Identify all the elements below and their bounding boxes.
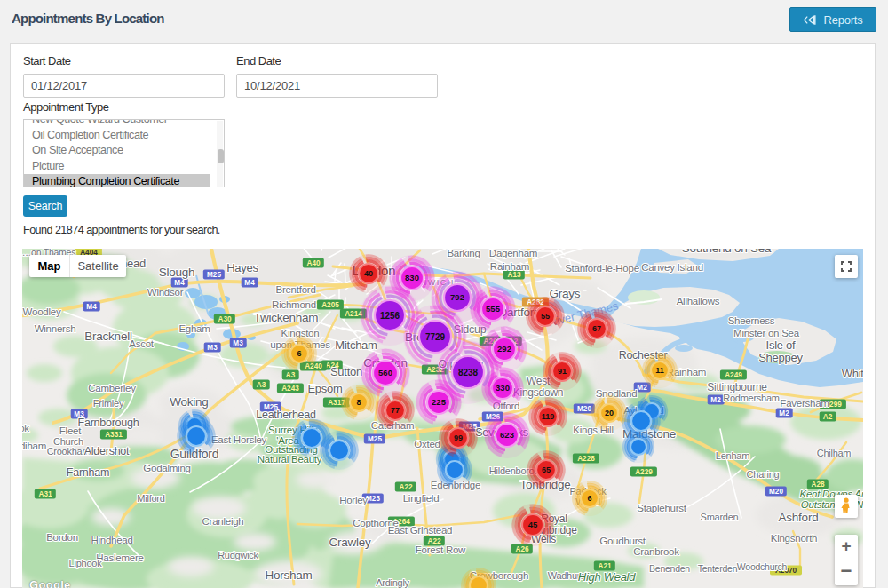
svg-text:A331: A331 <box>105 431 123 439</box>
svg-text:Hindhead: Hindhead <box>91 535 132 545</box>
svg-text:Farnborough: Farnborough <box>78 417 139 429</box>
svg-text:Whitst: Whitst <box>842 367 863 380</box>
svg-text:A243: A243 <box>281 385 299 393</box>
svg-text:M2: M2 <box>637 384 647 392</box>
svg-text:555: 555 <box>486 304 501 314</box>
svg-text:M4: M4 <box>86 303 97 311</box>
svg-text:Crawley: Crawley <box>329 536 371 549</box>
svg-text:M2: M2 <box>779 409 789 417</box>
svg-text:119: 119 <box>542 412 555 421</box>
svg-text:Forest Row: Forest Row <box>416 544 466 555</box>
svg-text:Southend on Sea: Southend on Sea <box>682 249 772 255</box>
svg-text:Winnersh: Winnersh <box>35 323 76 334</box>
svg-text:Sutton: Sutton <box>330 365 362 378</box>
svg-text:A228: A228 <box>577 455 595 463</box>
svg-text:Ashford: Ashford <box>779 511 819 524</box>
svg-text:M25: M25 <box>207 271 221 279</box>
svg-text:Dagenham: Dagenham <box>489 249 537 258</box>
svg-text:Ardingly: Ardingly <box>376 577 409 588</box>
svg-text:A28: A28 <box>811 481 824 489</box>
svg-text:8: 8 <box>356 398 361 407</box>
svg-text:M20: M20 <box>577 405 591 413</box>
svg-text:A2: A2 <box>823 413 833 421</box>
svg-text:65: 65 <box>542 465 551 474</box>
svg-text:Milford: Milford <box>137 493 164 504</box>
svg-text:M20: M20 <box>769 488 783 496</box>
svg-text:Frimley: Frimley <box>93 398 124 409</box>
svg-text:Sittingbourne: Sittingbourne <box>707 381 767 393</box>
svg-text:91: 91 <box>558 367 567 376</box>
svg-text:A3: A3 <box>257 381 266 389</box>
svg-text:11: 11 <box>655 366 664 375</box>
svg-text:Twickenham: Twickenham <box>254 311 319 324</box>
svg-text:East Grinstead: East Grinstead <box>388 525 453 536</box>
svg-text:1256: 1256 <box>380 311 400 321</box>
svg-text:Sheerness: Sheerness <box>728 315 775 326</box>
svg-text:Goudhurst: Goudhurst <box>599 536 646 546</box>
svg-text:M3: M3 <box>233 339 243 347</box>
svg-text:Lenham: Lenham <box>716 450 749 461</box>
svg-text:830: 830 <box>405 273 419 282</box>
svg-text:Cranleigh: Cranleigh <box>202 516 244 527</box>
svg-text:Bracknell: Bracknell <box>84 330 132 343</box>
svg-text:Farnham: Farnham <box>67 466 109 479</box>
svg-text:M2: M2 <box>710 396 721 404</box>
svg-text:6: 6 <box>587 494 591 503</box>
svg-text:Benenden: Benenden <box>649 563 690 574</box>
svg-text:Liphook: Liphook <box>69 558 103 568</box>
svg-text:A31: A31 <box>38 490 52 498</box>
svg-text:Haslemere: Haslemere <box>96 552 143 563</box>
svg-text:ok: ok <box>22 423 29 433</box>
svg-text:M4: M4 <box>174 279 185 287</box>
svg-text:A229: A229 <box>635 468 653 476</box>
svg-text:Brentford: Brentford <box>275 284 315 295</box>
svg-text:A30: A30 <box>218 315 231 323</box>
svg-text:Oxted: Oxted <box>414 439 440 449</box>
svg-text:8238: 8238 <box>458 368 479 377</box>
svg-text:High Weald: High Weald <box>578 570 636 584</box>
svg-text:792: 792 <box>450 292 464 302</box>
svg-text:Epsom: Epsom <box>307 382 342 395</box>
svg-text:Woodchurch: Woodchurch <box>737 561 788 572</box>
svg-text:Rainham: Rainham <box>490 261 529 272</box>
svg-text:Fleet: Fleet <box>59 425 82 436</box>
svg-text:Cranbrook: Cranbrook <box>633 546 679 557</box>
svg-text:Bordon: Bordon <box>46 532 78 543</box>
svg-text:A26: A26 <box>515 545 528 553</box>
svg-text:Kingsnorth: Kingsnorth <box>771 533 817 544</box>
svg-text:77: 77 <box>391 406 400 415</box>
svg-text:Slough: Slough <box>159 266 195 279</box>
svg-text:East Horsley: East Horsley <box>211 434 267 445</box>
svg-text:A22: A22 <box>399 483 412 491</box>
svg-text:Aldershot: Aldershot <box>84 445 130 457</box>
svg-text:Faversham: Faversham <box>780 398 829 409</box>
svg-text:6: 6 <box>297 349 301 358</box>
svg-text:Isle of: Isle of <box>766 338 797 352</box>
svg-text:Charing: Charing <box>747 469 780 480</box>
svg-text:Horsham: Horsham <box>265 568 312 582</box>
svg-text:Smarden: Smarden <box>701 512 739 522</box>
svg-text:M4: M4 <box>244 279 255 287</box>
svg-text:99: 99 <box>454 433 463 442</box>
svg-text:Allhallows: Allhallows <box>677 296 720 306</box>
svg-text:Minster on Sea: Minster on Sea <box>733 328 800 338</box>
svg-text:M23: M23 <box>366 495 380 503</box>
svg-text:A3: A3 <box>286 371 296 379</box>
svg-text:67: 67 <box>592 324 601 333</box>
svg-text:A205: A205 <box>321 301 339 309</box>
svg-text:Egham: Egham <box>178 323 210 334</box>
svg-text:Grays: Grays <box>550 287 581 300</box>
svg-text:Rudgwick: Rudgwick <box>218 550 258 560</box>
svg-text:A40: A40 <box>306 259 320 267</box>
svg-text:diham: diham <box>22 441 46 451</box>
svg-text:Barking: Barking <box>447 249 480 258</box>
svg-text:Windsor: Windsor <box>147 287 184 298</box>
svg-text:Rodmersham: Rodmersham <box>723 393 780 403</box>
svg-text:A249: A249 <box>725 371 742 379</box>
svg-text:20: 20 <box>605 409 614 417</box>
svg-text:292: 292 <box>497 344 511 354</box>
svg-text:Chilham: Chilham <box>817 448 852 458</box>
svg-text:40: 40 <box>364 269 373 278</box>
svg-text:Lingfield: Lingfield <box>403 493 440 504</box>
svg-text:330: 330 <box>496 383 510 393</box>
